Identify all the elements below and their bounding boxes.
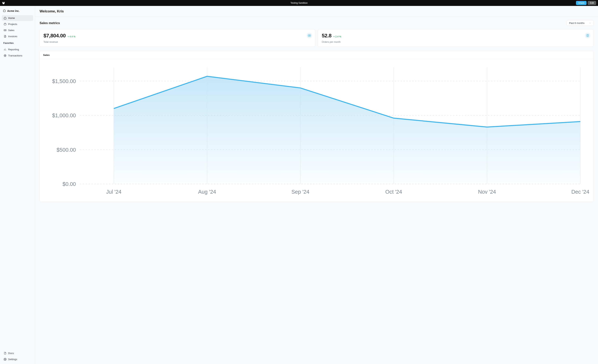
range-label: Past 6 months xyxy=(569,22,584,25)
home-icon xyxy=(3,9,6,13)
main-content: Welcome, Kris Sales metrics Past 6 month… xyxy=(35,6,598,364)
svg-point-7 xyxy=(5,30,5,31)
chevron-down-icon xyxy=(589,22,591,24)
favorites-nav: Reporting Transactions xyxy=(2,47,33,58)
topbar-title: Testing Sandbox xyxy=(291,2,307,4)
page-title: Welcome, Kris xyxy=(40,9,594,13)
primary-nav: Home Projects Sales Invoices xyxy=(2,15,33,39)
chart-icon xyxy=(4,48,7,51)
nav-label: Sales xyxy=(8,29,14,32)
svg-text:$500.00: $500.00 xyxy=(57,147,76,153)
nav-item-reporting[interactable]: Reporting xyxy=(2,47,33,52)
nav-item-projects[interactable]: Projects xyxy=(2,21,33,27)
receipt-icon xyxy=(585,33,590,38)
nav-label: Settings xyxy=(8,358,17,361)
sidebar: Acme inc. Home Projects Sales Invoices F… xyxy=(0,6,35,364)
section-title: Sales metrics xyxy=(40,21,60,25)
nav-item-docs[interactable]: Docs xyxy=(2,350,33,356)
date-range-select[interactable]: Past 6 months xyxy=(567,20,594,26)
nav-item-settings[interactable]: Settings xyxy=(2,356,33,362)
app-logo-icon xyxy=(2,2,5,4)
org-switcher[interactable]: Acme inc. xyxy=(2,8,33,14)
svg-text:Dec '24: Dec '24 xyxy=(571,189,589,195)
nav-label: Docs xyxy=(8,352,14,355)
gear-icon xyxy=(4,358,7,361)
svg-text:Aug '24: Aug '24 xyxy=(198,189,216,195)
svg-point-2 xyxy=(3,2,3,3)
nav-item-home[interactable]: Home xyxy=(2,15,33,21)
nav-label: Reporting xyxy=(8,48,19,51)
cash-icon xyxy=(307,33,312,38)
metric-label: Total revenue xyxy=(43,41,311,43)
cash-icon xyxy=(4,29,7,32)
nav-label: Home xyxy=(8,17,15,19)
svg-text:Sep '24: Sep '24 xyxy=(291,189,309,195)
favorites-heading: Favorites xyxy=(2,39,33,46)
sales-chart-card: Sales $0.00$500.00$1,000.00$1,500.00Jul … xyxy=(40,51,594,202)
metric-value: $7,804.00 xyxy=(43,33,66,39)
svg-rect-10 xyxy=(308,35,310,36)
nav-item-invoices[interactable]: Invoices xyxy=(2,33,33,39)
svg-point-9 xyxy=(5,359,6,360)
edit-button[interactable]: Edit xyxy=(588,1,596,5)
svg-text:Oct '24: Oct '24 xyxy=(385,189,402,195)
org-name: Acme inc. xyxy=(7,9,19,12)
svg-point-11 xyxy=(309,35,309,36)
svg-text:$1,000.00: $1,000.00 xyxy=(52,112,76,118)
home-icon xyxy=(4,17,7,19)
topbar: Testing Sandbox Share Edit xyxy=(0,0,598,6)
dollar-icon xyxy=(4,54,7,57)
briefcase-icon xyxy=(4,23,7,25)
svg-text:Nov '24: Nov '24 xyxy=(478,189,496,195)
nav-item-transactions[interactable]: Transactions xyxy=(2,53,33,58)
nav-item-sales[interactable]: Sales xyxy=(2,27,33,33)
svg-rect-6 xyxy=(4,30,6,31)
metric-value: 52.8 xyxy=(322,33,332,39)
svg-point-4 xyxy=(3,3,5,4)
chart-title: Sales xyxy=(40,51,593,59)
nav-label: Projects xyxy=(8,23,17,25)
sales-chart: $0.00$500.00$1,000.00$1,500.00Jul '24Aug… xyxy=(41,63,590,199)
svg-rect-5 xyxy=(4,24,6,25)
file-icon xyxy=(4,35,7,38)
metric-card-orders: 52.8 + 2.4 % Orders per month xyxy=(318,29,594,47)
nav-label: Invoices xyxy=(8,35,17,38)
metric-delta: + 2.4 % xyxy=(333,35,341,38)
metric-delta: + 4.4 % xyxy=(67,35,75,38)
metric-label: Orders per month xyxy=(322,41,590,43)
svg-text:Jul '24: Jul '24 xyxy=(106,189,122,195)
metric-card-revenue: $7,804.00 + 4.4 % Total revenue xyxy=(40,29,315,47)
svg-text:$1,500.00: $1,500.00 xyxy=(52,78,76,84)
doc-icon xyxy=(4,352,7,355)
nav-label: Transactions xyxy=(8,54,22,57)
svg-text:$0.00: $0.00 xyxy=(63,181,76,187)
share-button[interactable]: Share xyxy=(576,1,587,5)
svg-point-3 xyxy=(4,2,4,3)
